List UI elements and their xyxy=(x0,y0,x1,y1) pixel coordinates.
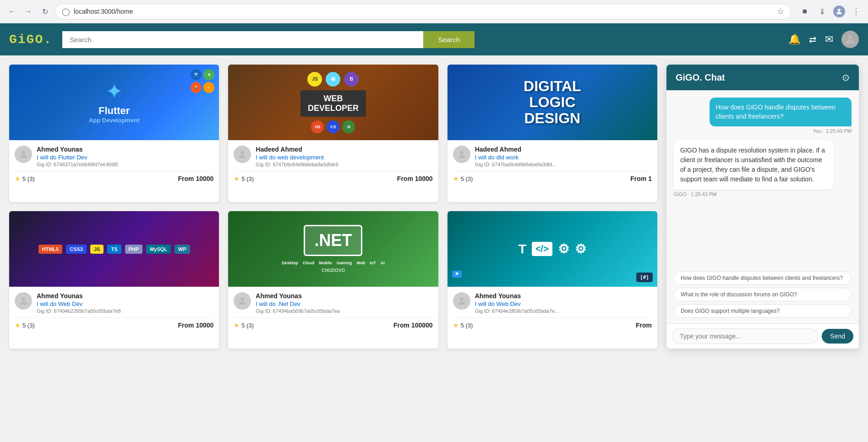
gig-rating-value-2: 5 (3) xyxy=(241,175,254,182)
bot-message-1: GIGO has a dispute resolution system in … xyxy=(674,140,834,197)
chat-input-area: Send xyxy=(666,323,859,349)
gig-image-4: HTML5 CSS3 JS TS PHP MySQL WP xyxy=(9,211,219,287)
gig-rating-3: ★ 5 (3) xyxy=(453,175,473,182)
svg-point-5 xyxy=(22,297,25,301)
gig-user-name-6: Ahmed Younas xyxy=(475,292,652,300)
download-button[interactable]: ⇓ xyxy=(816,5,829,18)
gig-user-name-3: Hadeed Ahmed xyxy=(475,146,652,153)
forward-button[interactable]: → xyxy=(22,5,35,18)
chat-send-button[interactable]: Send xyxy=(822,329,853,344)
gig-user-4: Ahmed Younas I will do Web Dev Gig ID: 6… xyxy=(15,292,213,314)
gig-rating-2: ★ 5 (3) xyxy=(234,175,254,182)
svg-point-4 xyxy=(460,151,464,154)
gig-rating-1: ★ 5 (3) xyxy=(15,175,35,182)
gig-footer-4: ★ 5 (3) From 10000 xyxy=(15,317,213,329)
gig-rating-value-1: 5 (3) xyxy=(22,175,35,182)
chat-message-input[interactable] xyxy=(672,328,818,344)
gig-user-1: Ahmed Younas I will do Flutter Dev Gig I… xyxy=(15,146,213,167)
gig-title-2: I will do web development xyxy=(256,154,432,161)
address-bar[interactable]: ◯ localhost:3000/home ☆ xyxy=(55,4,791,19)
browser-profile-avatar[interactable] xyxy=(833,5,845,17)
gig-rating-value-3: 5 (3) xyxy=(461,175,473,182)
svg-point-2 xyxy=(22,151,25,154)
browser-menu-button[interactable]: ⋮ xyxy=(850,5,863,18)
app-navbar: GiGO. Search 🔔 ⇄ ✉ xyxy=(0,23,868,55)
gig-info-4: Ahmed Younas I will do Web Dev Gig ID: 6… xyxy=(9,287,219,334)
address-circle-icon: ◯ xyxy=(62,7,70,16)
gig-title-6: I will do Web Dev xyxy=(475,300,652,307)
gig-user-avatar-3 xyxy=(453,146,470,163)
gig-user-2: Hadeed Ahmed I will do web development G… xyxy=(234,146,432,167)
suggestion-button-3[interactable]: Does GIGO support multiple languages? xyxy=(674,304,852,318)
gig-price-1: From 10000 xyxy=(178,175,214,182)
gig-user-avatar-2 xyxy=(234,146,251,163)
browser-action-buttons: ■ ⇓ ⋮ xyxy=(798,5,863,18)
suggestion-button-1[interactable]: How does GIGO handle disputes between cl… xyxy=(674,271,852,285)
gig-title-1: I will do Flutter Dev xyxy=(37,154,213,161)
star-icon-2: ★ xyxy=(234,175,240,182)
gig-price-5: From 100000 xyxy=(393,322,433,329)
search-input[interactable] xyxy=(62,31,423,48)
user-message-bubble-1: How does GIGO handle disputes between cl… xyxy=(710,98,852,126)
gig-info-5: Ahmed Younas I will do .Net Dev Gig ID: … xyxy=(228,287,438,334)
user-message-meta-1: You · 1:25:43 PM xyxy=(710,128,852,134)
gig-id-1: Gig ID: 6746371a7eb649fd7ee366f0 xyxy=(37,162,213,167)
navbar-icons: 🔔 ⇄ ✉ xyxy=(788,31,859,48)
search-container: Search xyxy=(62,31,475,48)
notification-bell-button[interactable]: 🔔 xyxy=(788,33,801,45)
bot-message-meta-1: GiGO · 1:25:43 PM xyxy=(674,191,834,197)
gig-price-2: From 10000 xyxy=(397,175,433,182)
gig-card-1[interactable]: ✦ Flutter App Development ⛩ ⚛ 📦 ⚡ xyxy=(9,65,219,202)
gig-card-2[interactable]: JS ⚛ B WEB DEVELOPER H5 CS N xyxy=(228,65,438,202)
gig-card-5[interactable]: .NET Desktop Cloud Mobile Gaming Web IoT… xyxy=(228,211,438,349)
gig-id-3: Gig ID: 6747ba6b4d9b6eba9a3dfd... xyxy=(475,162,652,167)
gig-rating-value-5: 5 (3) xyxy=(241,322,254,329)
gig-title-3: I will do dld work xyxy=(475,154,652,161)
gig-user-name-5: Ahmed Younas xyxy=(256,292,432,300)
gig-info-3: Hadeed Ahmed I will do dld work Gig ID: … xyxy=(448,140,657,188)
mail-button[interactable]: ✉ xyxy=(825,33,833,45)
star-icon-4: ★ xyxy=(15,322,21,329)
gig-image-5: .NET Desktop Cloud Mobile Gaming Web IoT… xyxy=(228,211,438,287)
chat-header: GiGO. Chat ⊙ xyxy=(666,65,859,90)
back-button[interactable]: ← xyxy=(5,5,18,18)
star-icon-3: ★ xyxy=(453,175,459,182)
gig-user-5: Ahmed Younas I will do .Net Dev Gig ID: … xyxy=(234,292,432,314)
gig-id-4: Gig ID: 67494b2269b7a05c65bda7e8 xyxy=(37,308,213,314)
user-message-1: How does GIGO handle disputes between cl… xyxy=(710,98,852,134)
gig-card-6[interactable]: T </> ⚙ ⚙ [#] ⚑ xyxy=(448,211,657,349)
url-text: localhost:3000/home xyxy=(74,8,773,15)
gig-user-3: Hadeed Ahmed I will do dld work Gig ID: … xyxy=(453,146,652,167)
gig-info-2: Hadeed Ahmed I will do web development G… xyxy=(228,140,438,188)
svg-point-0 xyxy=(838,9,841,11)
gig-card-4[interactable]: HTML5 CSS3 JS TS PHP MySQL WP Ahmed Youn… xyxy=(9,211,219,349)
gig-price-4: From 10000 xyxy=(178,322,214,329)
refresh-button[interactable]: ↻ xyxy=(38,5,51,18)
svg-point-3 xyxy=(240,151,244,154)
gig-user-avatar-1 xyxy=(15,146,32,163)
user-avatar[interactable] xyxy=(841,31,859,48)
star-icon-1: ★ xyxy=(15,175,21,182)
chat-close-button[interactable]: ⊙ xyxy=(842,72,850,83)
gig-user-name-1: Ahmed Younas xyxy=(37,146,213,153)
gig-rating-5: ★ 5 (3) xyxy=(234,322,254,329)
gig-user-name-2: Hadeed Ahmed xyxy=(256,146,432,153)
mail-icon: ✉ xyxy=(825,33,833,45)
gig-rating-value-4: 5 (3) xyxy=(22,322,35,329)
gig-footer-2: ★ 5 (3) From 10000 xyxy=(234,171,432,182)
gig-info-6: Ahmed Younas I will do Web Dev Gig ID: 6… xyxy=(448,287,657,334)
search-button[interactable]: Search xyxy=(423,31,475,48)
suggestion-button-2[interactable]: What is the role of discussion forums on… xyxy=(674,288,852,301)
gig-id-6: Gig ID: 67494e2f69b7a05c65bda7e... xyxy=(475,308,652,314)
gig-card-3[interactable]: DIGITALLOGICDESIGN Hadeed Ahmed I will d… xyxy=(448,65,657,202)
chat-title: GiGO. Chat xyxy=(676,72,725,83)
gig-user-avatar-5 xyxy=(234,292,251,310)
browser-chrome: ← → ↻ ◯ localhost:3000/home ☆ ■ ⇓ ⋮ xyxy=(0,0,868,23)
gig-footer-6: ★ 5 (3) From xyxy=(453,317,652,329)
gig-image-2: JS ⚛ B WEB DEVELOPER H5 CS N xyxy=(228,65,438,140)
extensions-button[interactable]: ■ xyxy=(798,5,811,18)
gig-image-1: ✦ Flutter App Development ⛩ ⚛ 📦 ⚡ xyxy=(9,65,219,140)
chat-messages: How does GIGO handle disputes between cl… xyxy=(666,90,859,266)
bookmark-icon[interactable]: ☆ xyxy=(777,6,784,16)
exchange-button[interactable]: ⇄ xyxy=(809,34,817,45)
